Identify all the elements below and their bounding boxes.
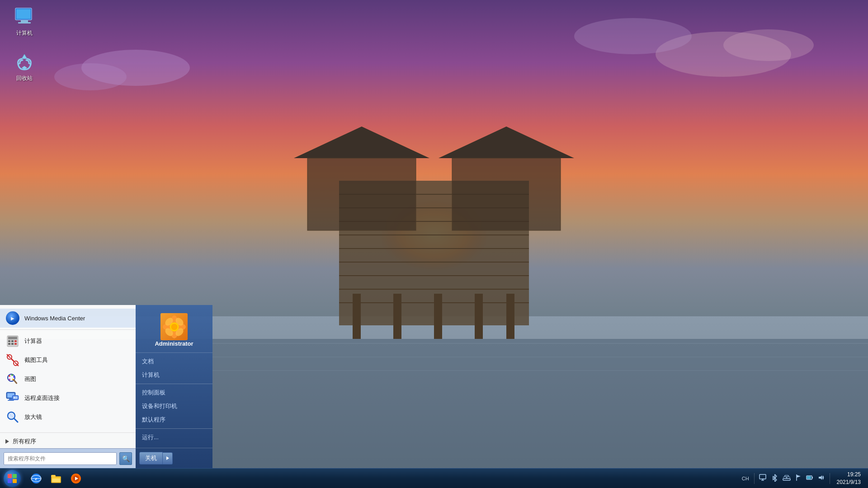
start-search-bar: 🔍 (0, 448, 136, 468)
svg-rect-38 (11, 340, 14, 342)
svg-point-49 (9, 375, 10, 377)
all-programs-item[interactable]: 所有程序 (0, 435, 136, 448)
computer-icon (14, 6, 35, 28)
rdp-icon (5, 391, 20, 405)
start-menu-left: Windows Media Center (0, 305, 136, 468)
start-app-snip[interactable]: 截图工具 (0, 351, 136, 370)
start-separator-2 (0, 432, 136, 433)
start-app-calc[interactable]: 计算器 (0, 332, 136, 351)
svg-rect-54 (13, 379, 18, 384)
tray-display-icon[interactable] (758, 474, 769, 483)
svg-point-50 (11, 374, 13, 376)
rdp-label: 远程桌面连接 (24, 394, 60, 402)
shutdown-arrow-button[interactable] (163, 452, 173, 465)
svg-line-96 (788, 476, 790, 478)
clock-date: 2021/9/13 (837, 479, 861, 486)
paint-icon (5, 372, 20, 386)
svg-rect-21 (452, 158, 561, 230)
start-app-rdp[interactable]: 远程桌面连接 (0, 389, 136, 408)
svg-rect-101 (807, 476, 811, 479)
clock-time: 19:25 (837, 471, 861, 479)
start-button[interactable] (0, 469, 24, 488)
svg-marker-102 (819, 475, 822, 480)
svg-rect-33 (21, 20, 28, 22)
svg-text:e: e (35, 476, 38, 481)
svg-rect-32 (16, 9, 31, 19)
svg-rect-25 (475, 294, 483, 339)
snip-label: 截图工具 (24, 356, 48, 364)
wmc-label: Windows Media Center (24, 315, 85, 322)
wmc-icon (5, 311, 20, 325)
search-input[interactable] (4, 452, 117, 465)
calc-icon (5, 334, 20, 348)
svg-rect-34 (18, 22, 31, 23)
tray-language[interactable]: CH (740, 476, 751, 481)
magnifier-icon (5, 410, 20, 424)
taskbar-wmp-icon[interactable] (67, 469, 85, 488)
svg-rect-42 (14, 343, 17, 345)
start-menu-main: Windows Media Center (0, 305, 212, 468)
svg-rect-26 (506, 294, 514, 339)
tray-bluetooth-icon[interactable] (770, 474, 779, 483)
svg-rect-60 (13, 396, 18, 399)
tray-flag-icon[interactable] (794, 474, 803, 483)
desktop-icon-recycle[interactable]: 回收站 (6, 50, 42, 84)
svg-rect-36 (8, 337, 17, 339)
all-programs-label: 所有程序 (13, 437, 36, 446)
start-app-wmc[interactable]: Windows Media Center (0, 309, 136, 328)
svg-marker-98 (797, 475, 801, 478)
start-right-sep1 (136, 384, 212, 384)
tray-power-icon[interactable] (805, 474, 815, 483)
start-right-devices[interactable]: 设备和打印机 (136, 399, 212, 413)
arrow-icon (5, 439, 9, 444)
recycle-icon-label: 回收站 (16, 75, 33, 82)
svg-rect-83 (52, 477, 60, 479)
start-right-sep2 (136, 428, 212, 429)
svg-rect-19 (307, 158, 416, 230)
taskbar-explorer-icon[interactable] (47, 469, 65, 488)
start-right-documents[interactable]: 文档 (136, 355, 212, 368)
shutdown-button[interactable]: 关机 (139, 452, 163, 465)
svg-rect-24 (434, 294, 442, 339)
svg-line-64 (14, 418, 18, 422)
svg-rect-100 (812, 477, 813, 479)
start-right-default-programs[interactable]: 默认程序 (136, 413, 212, 427)
user-area: Administrator (136, 309, 212, 353)
svg-rect-22 (353, 294, 361, 339)
svg-line-95 (783, 476, 785, 478)
user-avatar[interactable] (160, 313, 188, 340)
tray-volume-icon[interactable] (816, 474, 826, 483)
search-button[interactable]: 🔍 (119, 452, 132, 465)
tray-sep2 (830, 473, 830, 484)
start-right-run[interactable]: 运行... (136, 431, 212, 444)
start-right-control-panel[interactable]: 控制面板 (136, 386, 212, 399)
svg-point-53 (9, 379, 10, 380)
desktop-icon-computer[interactable]: 计算机 (6, 5, 42, 39)
taskbar-ie-icon[interactable]: e (27, 469, 45, 488)
svg-rect-40 (8, 343, 10, 345)
system-tray: CH (740, 471, 868, 486)
start-orb (4, 470, 21, 487)
svg-rect-41 (11, 343, 14, 345)
paint-label: 画图 (24, 375, 36, 383)
tray-network-icon[interactable] (781, 474, 792, 483)
start-app-paint[interactable]: 画图 (0, 370, 136, 389)
svg-point-7 (574, 18, 692, 54)
start-menu: Windows Media Center (0, 305, 212, 468)
start-apps-list: Windows Media Center (0, 305, 136, 431)
tray-sep1 (754, 473, 755, 484)
start-separator-1 (0, 329, 136, 330)
svg-point-6 (723, 29, 814, 61)
recycle-icon (14, 52, 35, 73)
svg-rect-92 (783, 479, 790, 480)
svg-rect-37 (8, 340, 10, 342)
start-app-magnifier[interactable]: 放大镜 (0, 408, 136, 427)
start-right-computer[interactable]: 计算机 (136, 368, 212, 382)
clock-area[interactable]: 19:25 2021/9/13 (833, 471, 864, 486)
svg-point-75 (171, 324, 177, 330)
svg-point-4 (54, 63, 127, 90)
svg-line-45 (11, 358, 14, 362)
svg-rect-94 (785, 475, 788, 477)
svg-rect-39 (14, 340, 17, 342)
svg-rect-87 (760, 474, 766, 479)
